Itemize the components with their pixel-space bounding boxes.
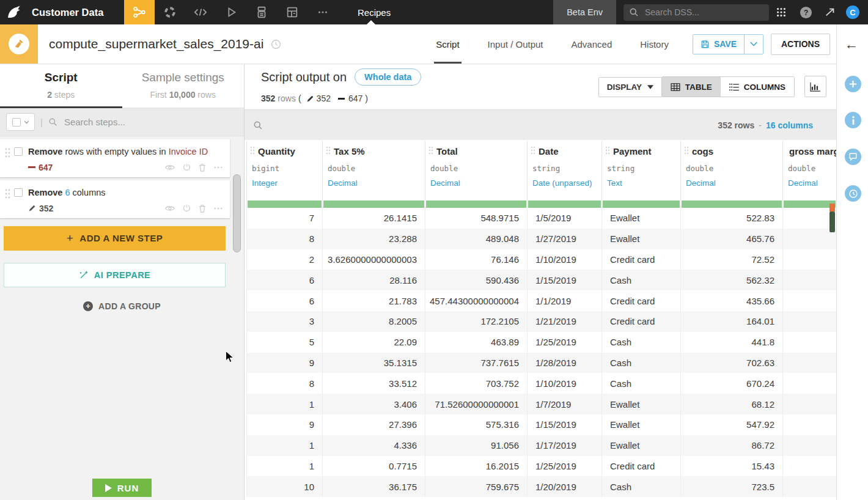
table-cell[interactable] bbox=[782, 332, 836, 353]
analyze-chart-button[interactable] bbox=[804, 76, 826, 97]
table-cell[interactable]: 36.175 bbox=[322, 476, 425, 497]
table-scrollbar[interactable] bbox=[829, 211, 835, 232]
table-cell[interactable]: 1/25/2019 bbox=[527, 456, 601, 477]
table-cell[interactable]: 68.12 bbox=[680, 394, 782, 414]
dataiku-logo[interactable] bbox=[0, 0, 27, 24]
table-view-button[interactable]: TABLE bbox=[662, 77, 721, 97]
table-cell[interactable] bbox=[782, 414, 836, 435]
run-button[interactable]: RUN bbox=[92, 479, 152, 497]
trash-icon[interactable] bbox=[199, 204, 206, 213]
table-cell[interactable]: 703.752 bbox=[425, 373, 527, 394]
select-all-checkbox[interactable] bbox=[12, 118, 21, 127]
step-more-icon[interactable] bbox=[214, 166, 223, 169]
table-cell[interactable]: 28.116 bbox=[322, 270, 425, 290]
table-cell[interactable]: 1/20/2019 bbox=[527, 476, 601, 497]
step-checkbox[interactable] bbox=[14, 188, 23, 197]
table-cell[interactable]: Cash bbox=[601, 373, 680, 394]
disable-step-icon[interactable] bbox=[183, 163, 191, 171]
table-cell[interactable]: 575.316 bbox=[425, 414, 527, 435]
nav-section-label[interactable]: Recipes bbox=[358, 7, 391, 18]
add-group-button[interactable]: + ADD A GROUP bbox=[0, 301, 244, 311]
table-cell[interactable]: Ewallet bbox=[601, 394, 680, 414]
table-cell[interactable]: 3.6260000000000003 bbox=[322, 249, 425, 270]
table-cell[interactable] bbox=[782, 249, 836, 270]
run-icon[interactable] bbox=[216, 0, 246, 24]
table-cell[interactable]: 1/21/2019 bbox=[527, 311, 601, 332]
table-cell[interactable] bbox=[782, 353, 836, 373]
code-icon[interactable] bbox=[185, 0, 216, 24]
disable-step-icon[interactable] bbox=[183, 204, 191, 212]
comments-rail-button[interactable] bbox=[845, 149, 861, 165]
column-name[interactable]: Date bbox=[539, 146, 559, 156]
column-drag-handle-icon[interactable] bbox=[605, 146, 610, 155]
table-cell[interactable]: 6 bbox=[246, 290, 322, 311]
tab-script[interactable]: Script bbox=[422, 24, 473, 64]
table-cell[interactable] bbox=[782, 456, 836, 477]
actions-button[interactable]: ACTIONS bbox=[771, 34, 830, 55]
column-name[interactable]: Total bbox=[436, 146, 458, 156]
add-rail-button[interactable] bbox=[845, 76, 861, 92]
column-drag-handle-icon[interactable] bbox=[428, 146, 433, 155]
table-cell[interactable]: 8.2005 bbox=[322, 311, 425, 332]
table-cell[interactable]: 1/28/2019 bbox=[527, 353, 601, 373]
flow-icon[interactable] bbox=[124, 0, 155, 24]
table-cell[interactable]: 8 bbox=[246, 373, 322, 394]
display-dropdown-button[interactable]: DISPLAY bbox=[598, 77, 662, 97]
table-cell[interactable]: Cash bbox=[601, 476, 680, 497]
column-meaning[interactable]: Decimal bbox=[788, 178, 830, 188]
save-button[interactable]: SAVE bbox=[693, 35, 745, 54]
table-cell[interactable] bbox=[782, 435, 836, 456]
column-meaning[interactable]: Date (unparsed) bbox=[532, 178, 595, 188]
table-cell[interactable]: 702.63 bbox=[680, 353, 782, 373]
table-cell[interactable] bbox=[782, 229, 836, 249]
table-cell[interactable]: 737.7615 bbox=[425, 353, 527, 373]
column-header-tax-5-[interactable]: Tax 5%doubleDecimal bbox=[322, 141, 425, 208]
columns-view-button[interactable]: COLUMNS bbox=[721, 77, 794, 97]
table-cell[interactable]: 562.32 bbox=[680, 270, 782, 290]
drag-handle-icon[interactable] bbox=[5, 189, 10, 199]
table-cell[interactable]: Ewallet bbox=[601, 229, 680, 249]
column-meaning[interactable]: Decimal bbox=[328, 178, 419, 188]
dss-search[interactable] bbox=[623, 4, 769, 21]
column-name[interactable]: gross margin bbox=[789, 146, 836, 156]
table-cell[interactable]: Ewallet bbox=[601, 435, 680, 456]
table-cell[interactable]: 86.72 bbox=[680, 435, 782, 456]
table-cell[interactable]: 548.9715 bbox=[425, 208, 527, 229]
steps-scrollbar[interactable] bbox=[233, 174, 241, 252]
steps-search-input[interactable] bbox=[63, 116, 185, 128]
table-cell[interactable]: 22.09 bbox=[322, 332, 425, 353]
table-cell[interactable]: 1 bbox=[246, 394, 322, 414]
more-icon[interactable] bbox=[307, 0, 338, 24]
column-drag-handle-icon[interactable] bbox=[250, 146, 255, 155]
table-cell[interactable]: 547.92 bbox=[680, 414, 782, 435]
table-cell[interactable] bbox=[782, 290, 836, 311]
table-cell[interactable]: 2 bbox=[246, 249, 322, 270]
column-drag-handle-icon[interactable] bbox=[684, 146, 689, 155]
table-cell[interactable]: 590.436 bbox=[425, 270, 527, 290]
table-cell[interactable]: 172.2105 bbox=[425, 311, 527, 332]
trend-arrow-icon[interactable] bbox=[818, 0, 842, 24]
table-cell[interactable]: 435.66 bbox=[680, 290, 782, 311]
table-cell[interactable]: 441.8 bbox=[680, 332, 782, 353]
table-cell[interactable]: 21.783 bbox=[322, 290, 425, 311]
table-cell[interactable]: 1/10/2019 bbox=[527, 373, 601, 394]
table-cell[interactable]: 1/10/2019 bbox=[527, 249, 601, 270]
step-more-icon[interactable] bbox=[214, 207, 223, 210]
table-cell[interactable]: 463.89 bbox=[425, 332, 527, 353]
table-cell[interactable]: 9 bbox=[246, 414, 322, 435]
lab-icon[interactable] bbox=[155, 0, 185, 24]
table-cell[interactable] bbox=[782, 476, 836, 497]
column-drag-handle-icon[interactable] bbox=[326, 146, 331, 155]
table-cell[interactable]: 1 bbox=[246, 435, 322, 456]
column-header-payment[interactable]: PaymentstringText bbox=[601, 141, 680, 208]
table-cell[interactable]: 670.24 bbox=[680, 373, 782, 394]
table-cell[interactable]: Cash bbox=[601, 270, 680, 290]
table-cell[interactable]: 15.43 bbox=[680, 456, 782, 477]
table-cell[interactable]: 6 bbox=[246, 270, 322, 290]
table-cell[interactable]: 1/17/2019 bbox=[527, 435, 601, 456]
column-meaning[interactable]: Decimal bbox=[430, 178, 521, 188]
column-meaning[interactable]: Text bbox=[607, 178, 674, 188]
table-cell[interactable]: 27.396 bbox=[322, 414, 425, 435]
table-cell[interactable]: Credit card bbox=[601, 290, 680, 311]
table-search-icon[interactable] bbox=[253, 120, 263, 130]
